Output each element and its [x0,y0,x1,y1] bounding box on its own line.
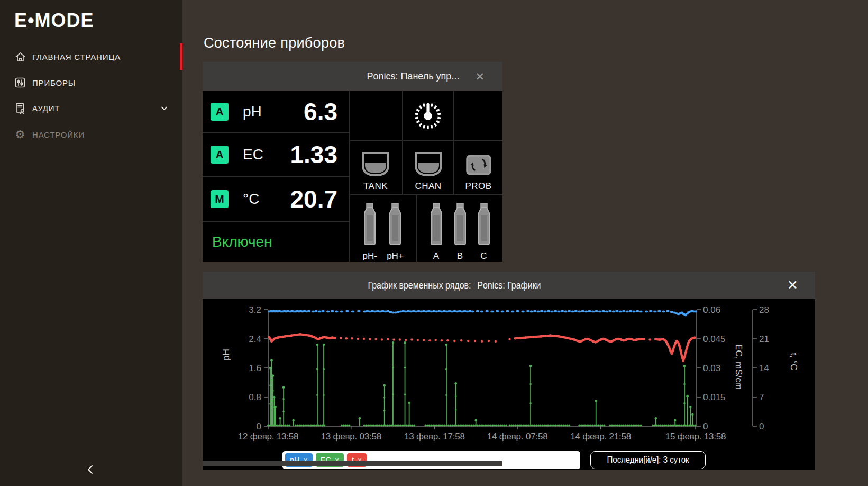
bottle-b: B [452,203,468,262]
sensor-row-ec: A EC 1.33 [203,133,349,176]
chart-widget: График временных рядов:Ponics: Графики ✕… [203,272,815,470]
bottle-label: B [457,251,463,262]
sensor-label: °C [243,191,259,208]
svg-text:t, °C: t, °C [789,353,799,370]
bottle-icon [452,203,468,248]
control-panel-header: Ponics: Панель упр... ✕ [203,62,502,91]
app-logo: E•MODE [14,10,94,32]
bottle-label: pH+ [387,251,404,262]
main-content: Состояние приборов Ponics: Панель упр...… [182,0,868,486]
tank-icon [361,151,390,179]
svg-text:pH: pH [221,349,231,361]
abc-pumps-group: A B C [417,195,502,262]
series-pH [268,310,697,316]
sensor-row-ph: A pH 6.3 [203,91,349,132]
bottle-ph-plus: pH+ [387,203,404,262]
bottle-label: C [480,251,487,262]
mode-badge: A [211,146,229,164]
gauge-indicator[interactable] [402,91,453,140]
control-panel-close-icon[interactable]: ✕ [475,71,485,82]
bottle-icon [476,203,492,248]
gear-icon: ⚙ [14,128,26,141]
chart-title-prefix: График временных рядов: [368,280,471,291]
bottle-label: A [433,251,439,262]
status-label: Включен [203,222,349,262]
svg-text:0.06: 0.06 [703,305,720,315]
series-EC [267,341,696,426]
svg-text:0: 0 [703,421,708,431]
chart-title: График временных рядов:Ponics: Графики [243,280,666,291]
svg-text:EC, mS/cm: EC, mS/cm [734,344,744,390]
svg-text:1.6: 1.6 [249,363,261,373]
svg-text:0: 0 [257,421,261,431]
sidebar-collapse-button[interactable] [80,463,99,479]
chart-close-icon[interactable]: ✕ [787,278,798,292]
bottle-icon [387,203,403,248]
sensor-value: 20.7 [290,185,337,213]
control-panel-title: Ponics: Панель упр... [367,71,459,82]
svg-text:0.8: 0.8 [249,392,261,402]
app-root: E•MODE ГЛАВНАЯ СТРАНИЦА ПРИБОРЫ АУДИТ ⚙ [0,0,868,486]
svg-text:12 февр. 13:58: 12 февр. 13:58 [238,431,299,442]
gauge-icon [413,100,443,132]
svg-text:2.4: 2.4 [249,334,261,344]
chart-header: График временных рядов:Ponics: Графики ✕ [203,272,815,299]
sensor-value: 6.3 [304,97,337,126]
bottle-c: C [476,203,492,262]
sensor-label: EC [243,146,263,163]
sidebar-item-audit[interactable]: АУДИТ [0,97,182,119]
sidebar-item-home[interactable]: ГЛАВНАЯ СТРАНИЦА [0,46,182,67]
mode-badge: A [211,103,229,121]
svg-text:13 февр. 03:58: 13 февр. 03:58 [321,431,381,442]
page-title: Состояние приборов [204,35,345,51]
time-range-button[interactable]: Последни[й/е]: 3 суток [590,451,706,469]
sidebar-item-label: НАСТРОЙКИ [32,130,85,139]
chart-body: 00.81.62.43.212 февр. 13:5813 февр. 03:5… [203,299,815,470]
sidebar-item-label: ГЛАВНАЯ СТРАНИЦА [32,52,121,61]
probe-cycle-icon [465,152,492,179]
sliders-icon [14,76,26,89]
sidebar: E•MODE ГЛАВНАЯ СТРАНИЦА ПРИБОРЫ АУДИТ ⚙ [0,0,182,486]
chevron-down-icon[interactable] [160,104,169,115]
svg-text:21: 21 [759,334,769,344]
bottle-icon [428,203,444,248]
svg-text:14 февр. 21:58: 14 февр. 21:58 [570,431,631,442]
prob-indicator[interactable]: PROB [454,141,502,194]
indicator-label: PROB [465,181,491,192]
svg-text:14 февр. 07:58: 14 февр. 07:58 [487,431,548,442]
svg-text:3.2: 3.2 [249,305,261,315]
next-panel-header [203,461,502,466]
bottle-ph-minus: pH- [362,203,378,262]
control-panel-widget: Ponics: Панель упр... ✕ A pH 6.3 [203,62,502,262]
svg-text:0.045: 0.045 [703,334,726,344]
svg-text:7: 7 [759,392,764,402]
bottle-label: pH- [362,251,377,262]
indicator-label: CHAN [415,181,441,192]
indicator-label: TANK [363,181,388,192]
series-select-input[interactable]: pH × EC × t × [282,451,580,469]
sensor-row-temp: M °C 20.7 [203,177,349,221]
svg-text:0.03: 0.03 [703,363,720,373]
mode-badge: M [211,190,229,208]
channel-icon [414,151,443,179]
sidebar-item-label: АУДИТ [32,104,60,113]
chart-title-name: Ponics: Графики [477,280,541,291]
chan-indicator[interactable]: CHAN [403,141,453,194]
sensor-value: 1.33 [290,140,337,169]
chevron-left-icon [86,464,94,477]
audit-icon [14,102,26,114]
svg-text:14: 14 [759,363,769,373]
sidebar-item-devices[interactable]: ПРИБОРЫ [0,72,182,93]
svg-text:15 февр. 13:58: 15 февр. 13:58 [665,431,726,442]
bottle-a: A [428,203,444,262]
sensor-label: pH [243,103,262,120]
svg-text:0.015: 0.015 [703,392,726,402]
tank-indicator[interactable]: TANK [349,141,402,194]
svg-text:28: 28 [759,305,769,315]
sidebar-item-settings[interactable]: ⚙ НАСТРОЙКИ [0,124,182,145]
timeseries-plot: 00.81.62.43.212 февр. 13:5813 февр. 03:5… [203,299,815,450]
home-icon [14,50,26,63]
bottle-icon [362,203,378,248]
sidebar-item-label: ПРИБОРЫ [32,78,76,87]
control-panel-body: A pH 6.3 A EC 1.33 M °C 20.7 Включен [203,91,502,262]
